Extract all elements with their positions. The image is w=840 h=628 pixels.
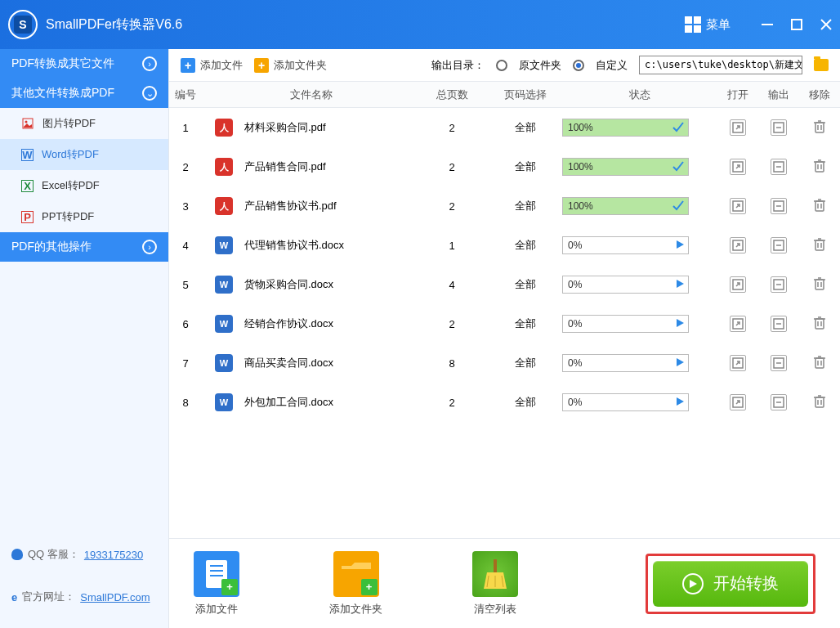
delete-button[interactable] [811,276,828,292]
play-icon [675,397,685,409]
progress-text: 0% [568,240,582,251]
check-icon [672,120,685,136]
progress-bar[interactable]: 0% [562,393,689,411]
output-button[interactable] [771,237,787,253]
page-select[interactable]: 全部 [489,316,562,331]
open-button[interactable] [730,394,746,410]
sidebar-item-word-to-pdf[interactable]: W Word转PDF [0,139,168,170]
minimize-button[interactable] [762,24,773,25]
plus-icon: + [361,579,378,595]
delete-button[interactable] [811,315,828,331]
table-row: 5W货物采购合同.docx4全部0% [169,265,840,304]
page-select[interactable]: 全部 [489,199,562,213]
sidebar-item-ppt-to-pdf[interactable]: P PPT转PDF [0,201,168,232]
bottom-clear-button[interactable]: 清空列表 [472,551,518,617]
start-convert-button[interactable]: 开始转换 [653,561,808,607]
open-button[interactable] [730,119,746,136]
play-icon [675,279,685,291]
col-pages: 总页数 [415,87,489,102]
table-row: 2人产品销售合同.pdf2全部100% [169,147,840,186]
add-folder-button[interactable]: + 添加文件夹 [254,58,327,73]
open-button[interactable] [730,316,746,332]
open-button[interactable] [730,355,746,371]
radio-custom-folder[interactable] [573,60,584,71]
sidebar-footer: QQ 客服： 1933175230 e 官方网址： SmallPDF.com [0,523,168,628]
page-select[interactable]: 全部 [489,120,562,135]
start-highlight: 开始转换 [646,554,815,614]
page-select[interactable]: 全部 [489,238,562,253]
row-pages: 2 [415,161,489,173]
close-button[interactable] [820,19,832,30]
open-button[interactable] [730,237,746,253]
progress-bar[interactable]: 100% [562,158,689,176]
delete-button[interactable] [811,197,828,213]
output-path-field[interactable]: c:\users\tuke\desktop\新建文~1 [639,56,802,74]
output-button[interactable] [771,394,787,410]
output-button[interactable] [771,159,787,175]
file-name: 代理销售协议书.docx [244,238,344,253]
output-button[interactable] [771,316,787,332]
progress-bar[interactable]: 0% [562,315,689,333]
row-num: 2 [169,161,202,173]
sidebar-item-image-to-pdf[interactable]: 图片转PDF [0,108,168,139]
excel-icon: X [21,180,34,192]
output-button[interactable] [771,276,787,293]
site-link[interactable]: SmallPDF.com [80,591,150,603]
sidebar-item-excel-to-pdf[interactable]: X Excel转PDF [0,170,168,201]
file-name: 货物采购合同.docx [244,277,333,292]
bottom-add-folder-button[interactable]: + 添加文件夹 [329,551,382,617]
table-row: 7W商品买卖合同.docx8全部0% [169,343,840,383]
delete-button[interactable] [811,393,828,410]
svg-marker-28 [677,240,684,249]
folder-plus-icon: + [254,58,269,73]
bottom-bar: + 添加文件 + 添加文件夹 清空列表 [169,538,840,628]
qq-icon [11,549,23,560]
output-button[interactable] [771,119,787,136]
output-button[interactable] [771,355,787,371]
progress-bar[interactable]: 0% [562,354,689,372]
svg-rect-32 [815,240,824,250]
bottom-add-file-button[interactable]: + 添加文件 [194,551,239,617]
page-select[interactable]: 全部 [489,356,562,370]
open-button[interactable] [730,276,746,293]
add-file-button[interactable]: + 添加文件 [181,58,243,73]
plus-icon: + [221,579,238,595]
delete-button[interactable] [811,158,828,174]
page-select[interactable]: 全部 [489,159,562,174]
toolbar: + 添加文件 + 添加文件夹 输出目录： 原文件夹 自定义 c:\users\t… [169,49,840,82]
row-num: 8 [169,397,202,409]
qq-link[interactable]: 1933175230 [84,549,143,561]
svg-rect-78 [494,559,497,572]
radio-original-folder[interactable] [496,60,507,71]
progress-text: 100% [568,122,593,133]
sidebar-section-other-to-pdf[interactable]: 其他文件转换成PDF ⌄ [0,78,168,108]
col-sel: 页码选择 [489,87,562,102]
chevron-right-icon: › [142,56,157,71]
play-icon [675,240,685,252]
open-button[interactable] [730,198,746,214]
browse-folder-icon[interactable] [814,59,829,71]
delete-button[interactable] [811,354,828,370]
pdf-icon: 人 [215,158,233,176]
svg-rect-59 [815,358,824,368]
word-icon: W [215,393,233,411]
page-select[interactable]: 全部 [489,395,562,410]
progress-bar[interactable]: 100% [562,197,689,215]
table-header: 编号 文件名称 总页数 页码选择 状态 打开 输出 移除 [169,82,840,108]
file-name: 商品买卖合同.docx [244,356,333,370]
output-button[interactable] [771,198,787,214]
file-icon: + [194,551,239,597]
page-select[interactable]: 全部 [489,277,562,292]
broom-icon [472,551,518,597]
sidebar-section-pdf-other-ops[interactable]: PDF的其他操作 › [0,232,168,262]
progress-bar[interactable]: 0% [562,276,689,294]
progress-bar[interactable]: 0% [562,236,689,254]
sidebar-section-pdf-to-other[interactable]: PDF转换成其它文件 › [0,49,168,78]
svg-marker-46 [677,319,684,327]
progress-bar[interactable]: 100% [562,119,689,137]
maximize-button[interactable] [791,19,802,30]
delete-button[interactable] [811,119,828,135]
open-button[interactable] [730,159,746,175]
delete-button[interactable] [811,236,828,253]
menu-button[interactable]: 菜单 [685,16,731,33]
